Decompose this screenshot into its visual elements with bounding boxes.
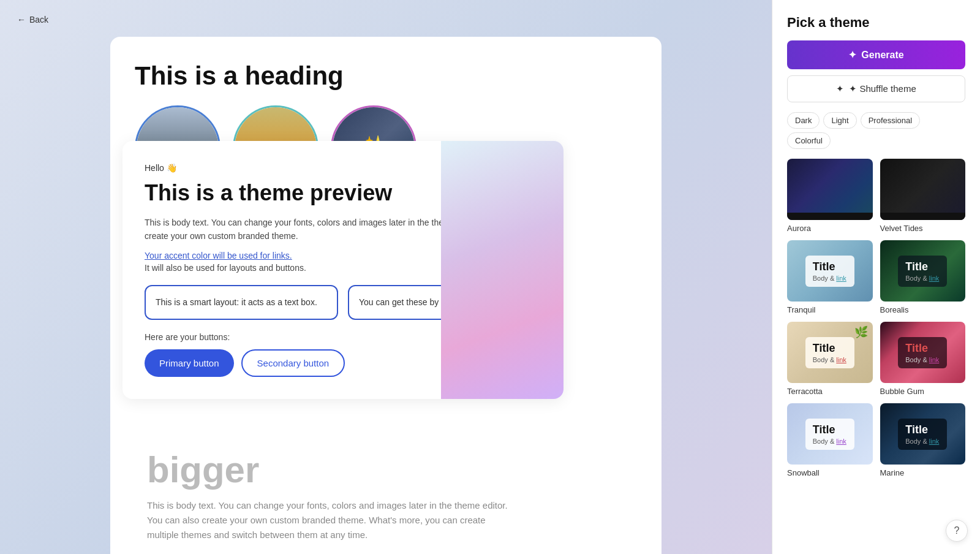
smart-box-1: This is a smart layout: it acts as a tex… [145, 285, 338, 320]
marine-thumbnail: Title Body & link [880, 403, 966, 465]
borealis-body: Body & link [905, 275, 940, 282]
theme-item-aurora[interactable]: Aurora [787, 159, 873, 233]
tranquil-thumbnail: Title Body & link [787, 240, 873, 302]
terracotta-name: Terracotta [787, 387, 873, 396]
generate-button[interactable]: ✦ Generate [787, 40, 965, 69]
borealis-link: link [929, 275, 940, 282]
borealis-title-card: Title Body & link [898, 256, 947, 287]
aurora-thumbnail [787, 159, 873, 220]
snowball-title-card: Title Body & link [805, 419, 854, 450]
bubblegum-title-card: Title Body & link [898, 337, 947, 368]
filter-tab-light[interactable]: Light [823, 112, 856, 129]
snowball-body: Body & link [813, 438, 847, 445]
tranquil-link: link [836, 275, 846, 282]
velvet-name: Velvet Tides [880, 224, 966, 233]
snowball-title: Title [813, 423, 847, 436]
below-card-section: bigger This is body text. You can change… [135, 449, 637, 542]
marine-title-card: Title Body & link [898, 419, 947, 450]
help-button[interactable]: ? [946, 520, 968, 542]
theme-item-bubblegum[interactable]: Title Body & link Bubble Gum [880, 322, 966, 396]
gradient-panel [441, 141, 564, 399]
filter-tabs-row: Dark Light Professional Colorful [787, 112, 965, 149]
help-icon: ? [954, 525, 960, 536]
secondary-button[interactable]: Secondary button [241, 349, 345, 377]
sidebar-title: Pick a theme [787, 15, 965, 31]
snowball-thumbnail: Title Body & link [787, 403, 873, 465]
snowball-name: Snowball [787, 468, 873, 477]
theme-item-velvet[interactable]: Velvet Tides [880, 159, 966, 233]
below-body: This is body text. You can change your f… [147, 498, 514, 542]
borealis-thumbnail: Title Body & link [880, 240, 966, 302]
theme-preview-card: Hello 👋 This is a theme preview This is … [123, 141, 564, 399]
back-button[interactable]: ← Back [12, 12, 53, 27]
theme-item-marine[interactable]: Title Body & link Marine [880, 403, 966, 477]
generate-label: Generate [861, 50, 903, 61]
filter-tab-professional[interactable]: Professional [861, 112, 921, 129]
tranquil-name: Tranquil [787, 305, 873, 314]
filter-tab-dark[interactable]: Dark [787, 112, 820, 129]
theme-item-tranquil[interactable]: Title Body & link Tranquil [787, 240, 873, 314]
shuffle-button[interactable]: ✦ ✦ Shuffle theme [787, 75, 965, 102]
bubblegum-thumbnail: Title Body & link [880, 322, 966, 383]
theme-item-terracotta[interactable]: 🌿 Title Body & link Terracotta [787, 322, 873, 396]
filter-tab-colorful[interactable]: Colorful [787, 132, 831, 149]
borealis-title: Title [905, 260, 940, 273]
terracotta-thumbnail: 🌿 Title Body & link [787, 322, 873, 383]
preview-container: This is a heading ⛰ ⛺ ✨ Hello 👋 This is … [110, 37, 662, 554]
bubblegum-title: Title [905, 342, 940, 355]
tranquil-body: Body & link [813, 275, 847, 282]
theme-item-snowball[interactable]: Title Body & link Snowball [787, 403, 873, 477]
shuffle-icon: ✦ [836, 83, 844, 94]
themes-grid: Aurora Velvet Tides Title Body & link Tr… [787, 159, 965, 477]
bubblegum-body: Body & link [905, 356, 940, 363]
borealis-name: Borealis [880, 305, 966, 314]
back-arrow-icon: ← [17, 15, 26, 25]
snowball-link: link [836, 438, 846, 445]
shuffle-label: ✦ Shuffle theme [849, 83, 916, 94]
bigger-heading: bigger [147, 449, 625, 491]
terracotta-body: Body & link [813, 356, 847, 363]
terracotta-title-card: Title Body & link [805, 337, 854, 368]
terracotta-link: link [836, 356, 846, 363]
primary-button[interactable]: Primary button [145, 349, 234, 377]
marine-body: Body & link [905, 438, 940, 445]
velvet-thumbnail [880, 159, 966, 220]
bubblegum-name: Bubble Gum [880, 387, 966, 396]
main-heading: This is a heading [135, 61, 637, 91]
bubblegum-link: link [929, 356, 940, 363]
generate-icon: ✦ [848, 49, 856, 61]
theme-sidebar: Pick a theme ✦ Generate ✦ ✦ Shuffle them… [772, 0, 980, 554]
marine-name: Marine [880, 468, 966, 477]
marine-link: link [929, 438, 940, 445]
tranquil-title: Title [813, 260, 847, 273]
theme-item-borealis[interactable]: Title Body & link Borealis [880, 240, 966, 314]
terracotta-title: Title [813, 342, 847, 355]
back-label: Back [29, 15, 48, 25]
tranquil-title-card: Title Body & link [805, 256, 854, 287]
main-area: ← Back This is a heading ⛰ ⛺ ✨ Hello 👋 T… [0, 0, 772, 554]
aurora-name: Aurora [787, 224, 873, 233]
marine-title: Title [905, 423, 940, 436]
